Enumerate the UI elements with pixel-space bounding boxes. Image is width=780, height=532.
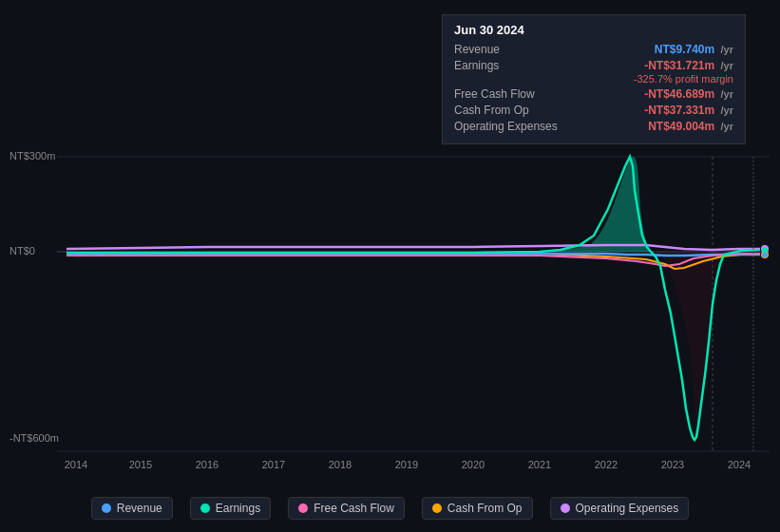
legend-cashop[interactable]: Cash From Op: [422, 497, 533, 520]
svg-text:2019: 2019: [395, 459, 418, 470]
tooltip-value-earnings: -NT$31.721m /yr: [644, 59, 733, 72]
tooltip-label-fcf: Free Cash Flow: [454, 87, 535, 101]
legend-label-revenue: Revenue: [117, 502, 162, 515]
tooltip-label-cashop: Cash From Op: [454, 104, 529, 117]
revenue-dot: [102, 504, 111, 513]
tooltip-value-revenue: NT$9.740m /yr: [655, 43, 733, 56]
legend-opex[interactable]: Operating Expenses: [550, 497, 690, 520]
legend-earnings[interactable]: Earnings: [190, 497, 271, 520]
cashop-dot: [432, 504, 442, 513]
svg-text:2024: 2024: [728, 459, 751, 470]
svg-text:2018: 2018: [329, 459, 352, 470]
tooltip-row-fcf: Free Cash Flow -NT$46.689m /yr: [454, 87, 733, 101]
tooltip-value-fcf: -NT$46.689m /yr: [644, 87, 733, 101]
tooltip-label-earnings: Earnings: [454, 59, 499, 72]
svg-text:2015: 2015: [129, 459, 152, 470]
y-axis-mid: NT$0: [10, 245, 35, 256]
tooltip-label-opex: Operating Expenses: [454, 120, 558, 133]
svg-text:2022: 2022: [595, 459, 618, 470]
legend-label-fcf: Free Cash Flow: [314, 502, 394, 515]
tooltip-date: Jun 30 2024: [454, 23, 733, 37]
tooltip-row-earnings: Earnings -NT$31.721m /yr: [454, 59, 733, 72]
chart-container: Jun 30 2024 Revenue NT$9.740m /yr Earnin…: [0, 0, 780, 484]
tooltip-value-opex: NT$49.004m /yr: [648, 120, 733, 133]
tooltip-row-opex: Operating Expenses NT$49.004m /yr: [454, 120, 733, 133]
legend-fcf[interactable]: Free Cash Flow: [288, 497, 405, 520]
y-axis-bot: -NT$600m: [10, 432, 59, 444]
svg-text:2017: 2017: [262, 459, 285, 470]
legend-label-opex: Operating Expenses: [576, 502, 679, 515]
tooltip-profit-margin: -325.7% profit margin: [454, 73, 733, 85]
fcf-dot: [298, 504, 308, 513]
tooltip-value-cashop: -NT$37.331m /yr: [644, 104, 733, 117]
legend-label-cashop: Cash From Op: [447, 502, 523, 515]
svg-text:2020: 2020: [462, 459, 485, 470]
svg-text:2023: 2023: [661, 459, 684, 470]
tooltip-label-revenue: Revenue: [454, 43, 500, 56]
tooltip-row-revenue: Revenue NT$9.740m /yr: [454, 43, 733, 56]
y-axis-top: NT$300m: [10, 150, 55, 162]
legend-label-earnings: Earnings: [216, 502, 260, 515]
legend-revenue[interactable]: Revenue: [91, 497, 173, 520]
tooltip-row-cashop: Cash From Op -NT$37.331m /yr: [454, 104, 733, 117]
earnings-dot: [200, 504, 210, 513]
svg-text:2021: 2021: [528, 459, 551, 470]
svg-point-21: [762, 247, 768, 253]
opex-dot: [561, 504, 570, 513]
tooltip: Jun 30 2024 Revenue NT$9.740m /yr Earnin…: [442, 14, 746, 144]
legend-bar: Revenue Earnings Free Cash Flow Cash Fro…: [0, 484, 780, 532]
svg-text:2016: 2016: [196, 459, 219, 470]
svg-text:2014: 2014: [65, 459, 87, 470]
